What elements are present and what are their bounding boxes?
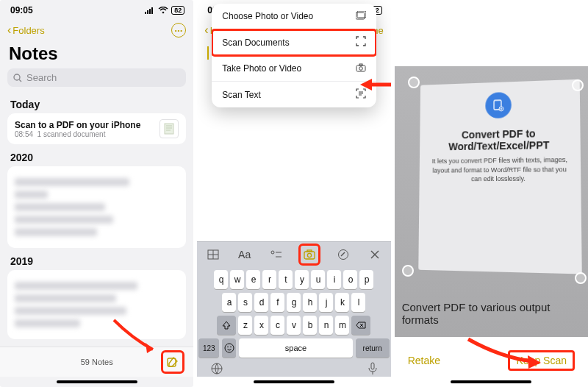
key-row-3: z x c v b n m xyxy=(198,316,389,335)
keyboard-bottom xyxy=(197,361,390,377)
page-icon xyxy=(164,123,174,135)
keyboard-toolbar: Aa xyxy=(197,241,390,267)
chevron-left-icon: ‹ xyxy=(204,24,208,36)
key[interactable]: o xyxy=(343,270,357,289)
scan-page-preview: Convert PDF to Word/Text/Excel/PPT It le… xyxy=(418,79,582,274)
key[interactable]: m xyxy=(335,316,349,335)
key[interactable]: u xyxy=(311,270,325,289)
menu-choose-media[interactable]: Choose Photo or Video xyxy=(212,4,376,29)
crop-handle[interactable] xyxy=(402,265,414,277)
key[interactable]: s xyxy=(238,293,252,312)
scan-subline: Convert PDF to various output formats xyxy=(402,301,581,326)
key[interactable]: n xyxy=(319,316,333,335)
menu-scan-text[interactable]: Scan Text xyxy=(212,82,376,107)
home-indicator[interactable] xyxy=(254,380,334,383)
scan-card-title: Convert PDF to Word/Text/Excel/PPT xyxy=(429,127,570,152)
svg-rect-7 xyxy=(165,124,173,134)
section-2019: 2019 xyxy=(0,248,193,270)
key[interactable]: b xyxy=(303,316,317,335)
key[interactable]: z xyxy=(238,316,252,335)
key[interactable]: q xyxy=(214,270,228,289)
scan-viewport[interactable]: Convert PDF to Word/Text/Excel/PPT It le… xyxy=(395,66,588,337)
ellipsis-icon: ••• xyxy=(175,27,183,34)
key[interactable]: t xyxy=(279,270,293,289)
cellular-icon xyxy=(145,7,155,14)
key-space[interactable]: space xyxy=(239,338,352,358)
crop-handle[interactable] xyxy=(575,272,587,284)
svg-rect-47 xyxy=(371,363,374,369)
text-caret xyxy=(207,46,209,60)
retake-button[interactable]: Retake xyxy=(408,355,440,366)
checklist-icon xyxy=(270,249,282,260)
search-icon xyxy=(13,74,22,82)
keyboard[interactable]: q w e r t y u i o p a s d f g h j k l xyxy=(197,267,390,361)
compose-note-button[interactable] xyxy=(161,350,184,374)
back-to-folders[interactable]: ‹ Folders xyxy=(7,24,45,36)
search-placeholder: Search xyxy=(26,72,57,83)
key[interactable]: f xyxy=(270,293,284,312)
key[interactable]: y xyxy=(295,270,309,289)
note-editor[interactable]: Choose Photo or Video Scan Documents Tak… xyxy=(197,42,390,241)
home-indicator[interactable] xyxy=(57,380,137,383)
bottom-toolbar: 59 Notes xyxy=(0,347,193,377)
key[interactable]: w xyxy=(230,270,244,289)
key[interactable]: i xyxy=(327,270,341,289)
svg-rect-35 xyxy=(304,252,315,259)
crop-handle[interactable] xyxy=(572,79,584,91)
key[interactable]: e xyxy=(246,270,260,289)
key[interactable]: x xyxy=(254,316,268,335)
microphone-icon[interactable] xyxy=(368,362,378,375)
close-keyboard[interactable] xyxy=(366,246,384,263)
pdf-app-icon xyxy=(485,92,511,118)
search-field[interactable]: Search xyxy=(7,68,186,87)
keep-scan-button[interactable]: Keep Scan xyxy=(508,350,575,371)
markup-button[interactable] xyxy=(334,246,352,263)
format-button[interactable]: Aa xyxy=(236,246,254,263)
key-emoji[interactable] xyxy=(222,338,236,358)
battery-icon: 82 xyxy=(171,6,184,15)
svg-rect-37 xyxy=(307,250,312,252)
status-bar: 09:05 82 xyxy=(0,0,193,18)
close-icon xyxy=(370,249,380,260)
menu-label: Choose Photo or Video xyxy=(222,11,313,21)
shift-icon xyxy=(222,321,231,330)
key[interactable]: r xyxy=(262,270,276,289)
back-label: Folders xyxy=(12,25,44,36)
globe-icon[interactable] xyxy=(210,362,223,375)
crop-handle[interactable] xyxy=(408,77,420,88)
camera-button[interactable] xyxy=(298,244,320,266)
key[interactable]: j xyxy=(319,293,333,312)
key-shift[interactable] xyxy=(217,316,236,335)
table-button[interactable] xyxy=(204,246,222,263)
section-2020: 2020 xyxy=(0,144,193,166)
key[interactable]: k xyxy=(335,293,349,312)
key[interactable]: c xyxy=(270,316,284,335)
page-title: Notes xyxy=(0,42,193,68)
menu-scan-documents[interactable]: Scan Documents xyxy=(212,29,376,56)
menu-take-media[interactable]: Take Photo or Video xyxy=(212,56,376,82)
key-backspace[interactable] xyxy=(351,316,370,335)
scan-body: Convert PDF to Word/Text/Excel/PPT It le… xyxy=(395,0,588,387)
svg-rect-21 xyxy=(356,65,365,71)
status-indicators: 82 xyxy=(145,6,184,15)
note-title: Scan to a PDF on your iPhone xyxy=(15,120,140,130)
key[interactable]: g xyxy=(287,293,301,312)
key-return[interactable]: return xyxy=(356,338,390,358)
more-menu-button[interactable]: ••• xyxy=(171,23,186,38)
key-123[interactable]: 123 xyxy=(198,338,219,358)
key[interactable]: h xyxy=(303,293,317,312)
key[interactable]: p xyxy=(359,270,373,289)
note-row[interactable]: Scan to a PDF on your iPhone 08:54 1 sca… xyxy=(7,113,186,144)
checklist-button[interactable] xyxy=(268,246,285,263)
svg-rect-3 xyxy=(151,7,153,14)
camera-icon xyxy=(304,249,315,260)
key[interactable]: a xyxy=(222,293,236,312)
key[interactable]: l xyxy=(351,293,365,312)
key[interactable]: v xyxy=(287,316,301,335)
wifi-icon xyxy=(158,7,168,14)
photo-library-icon xyxy=(356,10,366,22)
menu-label: Take Photo or Video xyxy=(222,63,301,74)
svg-point-32 xyxy=(271,251,274,254)
key[interactable]: d xyxy=(254,293,268,312)
home-indicator[interactable] xyxy=(451,380,531,383)
